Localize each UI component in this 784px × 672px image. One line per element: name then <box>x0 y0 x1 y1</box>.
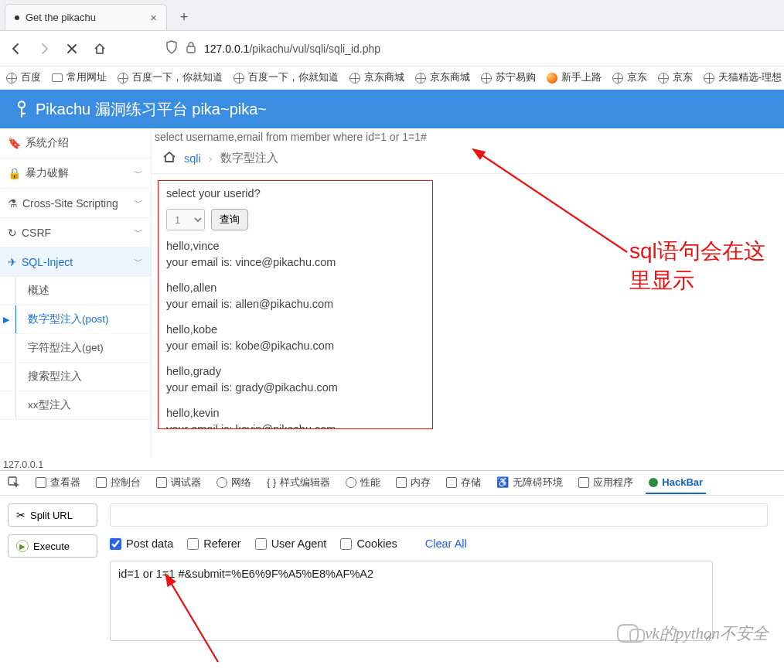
sidebar-sub-str-get[interactable]: 字符型注入(get) <box>0 334 151 363</box>
devtools-tab-network[interactable]: 网络 <box>213 471 254 496</box>
breadcrumb-link[interactable]: sqli <box>184 152 201 165</box>
sidebar-item-brute[interactable]: 🔒 暴力破解 ﹀ <box>0 159 151 189</box>
result-record: hello,vinceyour email is: vince@pikachu.… <box>166 238 424 271</box>
back-button[interactable] <box>8 40 25 57</box>
shield-icon <box>165 40 178 56</box>
globe-icon <box>612 73 623 84</box>
sidebar-item-sqlinject[interactable]: ✈ SQL-Inject ﹀ <box>0 247 151 277</box>
hackbar-sidebar: ✂Split URL ▶Execute <box>0 496 105 643</box>
bookmark-item[interactable]: 常用网址 <box>52 71 107 84</box>
bookmarks-bar: 百度 常用网址 百度一下，你就知道 百度一下，你就知道 京东商城 京东商城 苏宁… <box>0 67 784 90</box>
flask-icon: ⚗ <box>8 197 18 210</box>
sidebar-sub-search[interactable]: 搜索型注入 <box>0 363 151 391</box>
devtools-tab-storage[interactable]: 存储 <box>443 471 484 496</box>
bookmark-item[interactable]: 苏宁易购 <box>481 71 536 84</box>
clear-all-link[interactable]: Clear All <box>425 537 467 550</box>
site-header: Pikachu 漏洞练习平台 pika~pika~ <box>0 90 784 128</box>
tab-indicator-dot <box>15 15 19 20</box>
key-icon <box>11 98 32 120</box>
forward-button[interactable] <box>36 40 53 57</box>
hackbar-icon <box>649 478 658 487</box>
devtools-tab-memory[interactable]: 内存 <box>393 471 434 496</box>
firefox-icon <box>547 73 557 84</box>
bookmark-item[interactable]: 百度一下，你就知道 <box>233 71 339 84</box>
userid-select[interactable]: 1 <box>166 209 205 230</box>
main-area: 🔖 系统介绍 🔒 暴力破解 ﹀ ⚗ Cross-Site Scripting ﹀… <box>0 128 784 458</box>
chevron-down-icon: ﹀ <box>134 167 143 180</box>
split-url-button[interactable]: ✂Split URL <box>8 503 97 527</box>
globe-icon <box>233 73 244 84</box>
scissors-icon: ✂ <box>16 509 26 521</box>
bookmark-item[interactable]: 京东 <box>612 71 647 84</box>
devtools-tab-inspector[interactable]: 查看器 <box>32 471 84 496</box>
bookmark-item[interactable]: 百度 <box>6 71 41 84</box>
bookmark-item[interactable]: 百度一下，你就知道 <box>118 71 223 84</box>
storage-icon <box>446 477 457 488</box>
tag-icon: 🔖 <box>8 137 21 149</box>
annotation-text: sql语句会在这里显示 <box>629 237 784 295</box>
site-title: Pikachu 漏洞练习平台 pika~pika~ <box>36 99 267 120</box>
gauge-icon <box>346 477 356 488</box>
memory-icon <box>396 477 407 488</box>
stop-button[interactable] <box>63 40 80 57</box>
sidebar-item-intro[interactable]: 🔖 系统介绍 <box>0 128 151 159</box>
network-icon <box>216 477 227 488</box>
devtools-tab-hackbar[interactable]: HackBar <box>646 472 706 494</box>
browser-tabbar: Get the pikachu × + <box>0 0 784 31</box>
execute-button[interactable]: ▶Execute <box>8 534 97 558</box>
cookies-checkbox[interactable]: Cookies <box>340 537 397 550</box>
refresh-icon: ↻ <box>8 227 17 239</box>
devtools-tab-app[interactable]: 应用程序 <box>575 471 636 496</box>
accessibility-icon: ♿ <box>496 476 509 488</box>
chevron-down-icon: ﹀ <box>134 255 143 268</box>
wechat-icon <box>617 624 639 643</box>
url-text: 127.0.0.1/pikachu/vul/sqli/sqli_id.php <box>204 43 380 55</box>
result-record: hello,allenyour email is: allen@pikachu.… <box>166 280 424 312</box>
devtools-tab-a11y[interactable]: ♿无障碍环境 <box>493 471 566 496</box>
chevron-down-icon: ﹀ <box>134 226 143 239</box>
tab-title: Get the pikachu <box>26 12 96 23</box>
hackbar-url-input[interactable] <box>110 503 768 527</box>
home-icon[interactable] <box>162 151 176 165</box>
hackbar-main: Post data Referer User Agent Cookies Cle… <box>105 496 784 643</box>
devtools-picker-icon[interactable] <box>5 472 23 495</box>
home-button[interactable] <box>91 40 108 57</box>
bookmark-item[interactable]: 京东商城 <box>349 71 404 84</box>
content-pane: select username,email from member where … <box>152 128 784 458</box>
checks-row: Post data Referer User Agent Cookies Cle… <box>110 537 775 550</box>
devtools: 查看器 控制台 调试器 网络 { }样式编辑器 性能 内存 存储 ♿无障碍环境 … <box>0 470 784 643</box>
box-icon <box>36 477 46 488</box>
globe-icon <box>415 73 426 84</box>
chevron-down-icon: ﹀ <box>134 196 143 210</box>
globe-icon <box>658 73 669 84</box>
new-tab-button[interactable]: + <box>173 6 195 28</box>
apps-icon <box>578 477 589 488</box>
sidebar-sub-num-post[interactable]: ▶数字型注入(post) <box>0 305 151 334</box>
hackbar-panel: ✂Split URL ▶Execute Post data Referer Us… <box>0 496 784 643</box>
chevron-right-icon: › <box>209 152 213 165</box>
devtools-tab-debugger[interactable]: 调试器 <box>153 471 204 496</box>
bookmark-item[interactable]: 天猫精选-理想 <box>704 71 782 84</box>
devtools-tabs: 查看器 控制台 调试器 网络 { }样式编辑器 性能 内存 存储 ♿无障碍环境 … <box>0 471 784 496</box>
devtools-tab-perf[interactable]: 性能 <box>343 471 383 496</box>
sidebar-item-xss[interactable]: ⚗ Cross-Site Scripting ﹀ <box>0 189 151 218</box>
devtools-tab-style[interactable]: { }样式编辑器 <box>264 471 333 496</box>
user-agent-checkbox[interactable]: User Agent <box>255 537 327 550</box>
query-button[interactable]: 查询 <box>211 209 248 230</box>
url-bar[interactable]: 127.0.0.1/pikachu/vul/sqli/sqli_id.php <box>119 40 776 56</box>
braces-icon: { } <box>267 476 276 488</box>
bookmark-item[interactable]: 新手上路 <box>547 71 602 84</box>
close-icon[interactable]: × <box>150 11 157 24</box>
bookmark-item[interactable]: 京东 <box>658 71 693 84</box>
play-icon: ▶ <box>16 540 29 552</box>
post-data-checkbox[interactable]: Post data <box>110 537 173 550</box>
globe-icon <box>704 73 714 84</box>
browser-tab[interactable]: Get the pikachu × <box>5 4 167 30</box>
bookmark-item[interactable]: 京东商城 <box>415 71 470 84</box>
sidebar-item-csrf[interactable]: ↻ CSRF ﹀ <box>0 218 151 247</box>
sidebar-sub-overview[interactable]: 概述 <box>0 277 151 305</box>
sidebar-sub-xx[interactable]: xx型注入 <box>0 391 151 420</box>
lock-icon: 🔒 <box>8 167 21 179</box>
devtools-tab-console[interactable]: 控制台 <box>93 471 144 496</box>
referer-checkbox[interactable]: Referer <box>187 537 240 550</box>
